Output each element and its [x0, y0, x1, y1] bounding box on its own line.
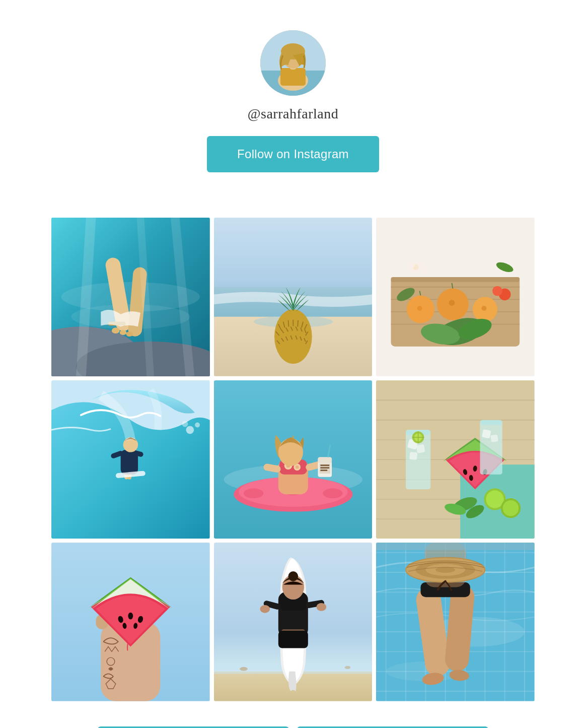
svg-point-17 [112, 327, 120, 334]
grid-photo-3[interactable] [376, 218, 535, 376]
svg-point-27 [274, 309, 312, 364]
svg-point-63 [186, 426, 194, 434]
svg-rect-87 [320, 470, 327, 471]
profile-section: @sarrahfarland Follow on Instagram [207, 30, 379, 172]
svg-rect-120 [482, 429, 491, 438]
grid-photo-9[interactable] [376, 543, 535, 701]
svg-rect-119 [480, 420, 502, 425]
grid-photo-1[interactable] [51, 218, 210, 376]
photo-grid [51, 218, 535, 701]
svg-rect-86 [320, 467, 329, 469]
grid-photo-8[interactable] [214, 543, 373, 701]
svg-point-114 [503, 500, 519, 516]
svg-point-65 [182, 421, 188, 427]
follow-instagram-button-top[interactable]: Follow on Instagram [207, 136, 379, 172]
svg-rect-118 [480, 420, 502, 474]
svg-point-18 [120, 330, 127, 335]
svg-point-36 [417, 306, 422, 311]
svg-point-149 [240, 667, 248, 671]
svg-point-38 [449, 300, 455, 306]
svg-rect-102 [410, 452, 418, 460]
svg-point-112 [486, 490, 504, 508]
svg-point-48 [407, 261, 415, 269]
svg-point-72 [323, 488, 342, 498]
svg-point-70 [244, 488, 263, 498]
svg-point-148 [288, 571, 298, 581]
grid-photo-2[interactable] [214, 218, 373, 376]
svg-point-42 [492, 286, 502, 296]
svg-rect-121 [491, 434, 499, 442]
grid-photo-6[interactable] [376, 380, 535, 539]
svg-rect-83 [318, 457, 332, 463]
svg-rect-142 [278, 631, 308, 648]
svg-point-50 [423, 268, 429, 274]
svg-point-130 [128, 613, 133, 620]
svg-rect-30 [391, 277, 520, 282]
svg-point-40 [482, 306, 487, 311]
svg-rect-168 [376, 543, 535, 550]
grid-photo-7[interactable] [51, 543, 210, 701]
svg-rect-4 [280, 68, 306, 86]
grid-photo-4[interactable] [51, 380, 210, 539]
svg-point-49 [417, 260, 424, 267]
username-label: @sarrahfarland [248, 106, 338, 122]
svg-rect-85 [320, 465, 329, 466]
svg-point-146 [316, 603, 326, 611]
grid-photo-5[interactable] [214, 380, 373, 539]
svg-point-78 [295, 465, 299, 469]
svg-point-64 [195, 422, 200, 427]
svg-point-150 [344, 666, 350, 669]
svg-point-145 [260, 605, 270, 613]
svg-point-167 [435, 567, 455, 573]
avatar [260, 30, 326, 96]
svg-point-19 [126, 332, 133, 337]
instagram-grid-section [51, 218, 535, 701]
svg-rect-101 [416, 444, 425, 453]
svg-point-81 [278, 438, 303, 466]
